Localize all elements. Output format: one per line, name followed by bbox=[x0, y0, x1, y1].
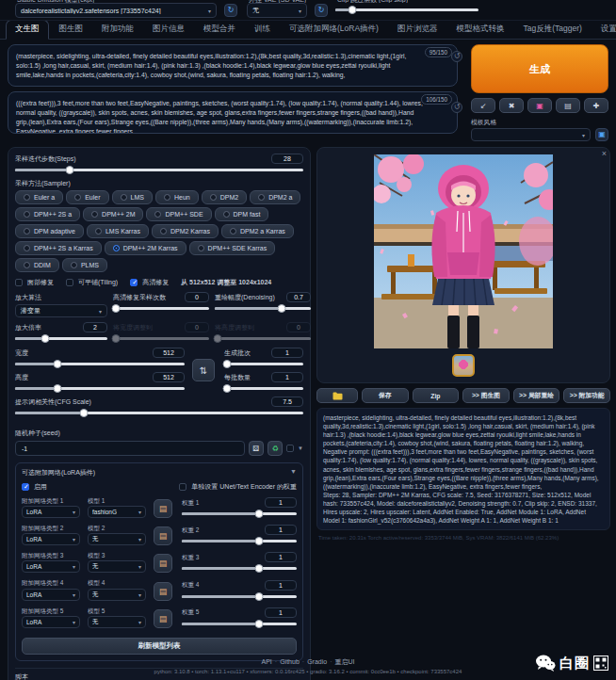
slider-handle[interactable] bbox=[222, 360, 231, 368]
output-button-2[interactable]: >> 图生图 bbox=[462, 388, 510, 403]
model-dropdown[interactable]: dalceforealistictallyv2.safetensors [733… bbox=[15, 3, 217, 18]
tab-1[interactable]: 图生图 bbox=[51, 21, 92, 39]
swap-dimensions-button[interactable]: ⇅ bbox=[192, 359, 215, 381]
tab-6[interactable]: 可选附加网络(LoRA插件) bbox=[281, 21, 387, 39]
lora-weight-value[interactable]: 1 bbox=[265, 552, 297, 562]
slider-handle[interactable] bbox=[66, 166, 74, 174]
tab-4[interactable]: 模型合并 bbox=[195, 21, 244, 39]
seed-input[interactable] bbox=[15, 441, 245, 456]
weight-slider[interactable] bbox=[182, 620, 297, 628]
lora-separate-weights-checkbox[interactable] bbox=[179, 483, 186, 491]
tiling-checkbox[interactable] bbox=[66, 279, 73, 286]
upscale-by-slider[interactable] bbox=[15, 334, 107, 343]
upscale-by-value[interactable]: 2 bbox=[83, 322, 107, 332]
slider-handle[interactable] bbox=[349, 6, 357, 14]
tab-7[interactable]: 图片浏览器 bbox=[389, 21, 446, 39]
lora-model-dropdown[interactable]: fashionG▾ bbox=[88, 506, 146, 518]
style-apply-button[interactable]: ▣ bbox=[595, 128, 608, 141]
lora-type-dropdown[interactable]: LoRA▾ bbox=[22, 533, 80, 545]
output-button-1[interactable]: Zip bbox=[413, 388, 460, 403]
sampler-option-0[interactable]: Euler a bbox=[15, 190, 63, 204]
lora-type-dropdown[interactable]: LoRA▾ bbox=[22, 616, 80, 628]
tab-0[interactable]: 文生图 bbox=[6, 20, 49, 40]
lora-model-dropdown[interactable]: 无▾ bbox=[88, 533, 146, 545]
seed-extra-chevron-icon[interactable]: ▼ bbox=[298, 445, 303, 451]
sampler-option-13[interactable]: DPM2 a Karras bbox=[221, 224, 294, 238]
footer-link-3[interactable]: 重启UI bbox=[334, 658, 354, 665]
lora-model-dropdown[interactable]: 无▾ bbox=[88, 616, 146, 628]
sampler-option-17[interactable]: DDIM bbox=[15, 258, 59, 272]
sampler-option-5[interactable]: DPM2 a bbox=[250, 190, 300, 204]
sampler-option-1[interactable]: Euler bbox=[66, 190, 108, 204]
steps-slider[interactable] bbox=[15, 166, 303, 174]
tab-3[interactable]: 图片信息 bbox=[144, 21, 193, 39]
tab-8[interactable]: 模型格式转换 bbox=[447, 21, 512, 39]
weight-slider[interactable] bbox=[182, 592, 297, 601]
output-button-0[interactable]: 保存 bbox=[362, 388, 409, 403]
hires-steps-slider[interactable] bbox=[113, 304, 209, 313]
lora-model-dropdown[interactable]: 无▾ bbox=[88, 560, 146, 573]
lora-enable-checkbox[interactable] bbox=[22, 483, 29, 491]
negative-prompt-input[interactable]: (((extra feet))),3 feet,more than two fe… bbox=[8, 91, 458, 134]
lora-weight-value[interactable]: 1 bbox=[265, 607, 297, 618]
footer-link-1[interactable]: Github bbox=[280, 658, 300, 665]
style-dropdown[interactable]: ▾ bbox=[471, 128, 591, 141]
footer-link-0[interactable]: API bbox=[262, 658, 272, 665]
sampler-option-8[interactable]: DPM++ SDE bbox=[146, 207, 211, 221]
lora-file-button[interactable]: ▤ bbox=[154, 499, 172, 518]
slider-handle[interactable] bbox=[112, 304, 121, 313]
sampler-option-18[interactable]: PLMS bbox=[62, 258, 107, 272]
sampler-option-11[interactable]: LMS Karras bbox=[87, 224, 149, 238]
footer-link-2[interactable]: Gradio bbox=[307, 658, 327, 665]
lora-type-dropdown[interactable]: LoRA▾ bbox=[22, 506, 80, 518]
batch-count-value[interactable]: 1 bbox=[271, 348, 303, 358]
random-seed-button[interactable]: ⚄ bbox=[249, 441, 264, 456]
weight-slider[interactable] bbox=[182, 564, 297, 573]
vae-dropdown[interactable]: 无▾ bbox=[247, 3, 307, 18]
output-button-4[interactable]: >> 附加功能 bbox=[563, 388, 610, 403]
model-refresh-button[interactable]: ↻ bbox=[224, 4, 237, 17]
width-value[interactable]: 512 bbox=[153, 348, 185, 358]
sampler-option-15[interactable]: DPM++ 2M Karras bbox=[105, 241, 186, 255]
slider-handle[interactable] bbox=[54, 360, 62, 368]
weight-slider[interactable] bbox=[182, 537, 297, 545]
cfg-value[interactable]: 7.5 bbox=[271, 397, 303, 407]
slider-handle[interactable] bbox=[54, 384, 62, 393]
extra-seed-checkbox[interactable] bbox=[286, 445, 294, 452]
slider-handle[interactable] bbox=[80, 409, 89, 417]
slider-handle[interactable] bbox=[254, 620, 263, 628]
clip-skip-slider[interactable] bbox=[335, 6, 478, 14]
slider-handle[interactable] bbox=[254, 537, 263, 545]
slider-handle[interactable] bbox=[254, 592, 263, 601]
tab-9[interactable]: Tag反推(Tagger) bbox=[514, 21, 590, 39]
slider-handle[interactable] bbox=[222, 384, 231, 393]
token-refresh-icon[interactable]: ↺ bbox=[451, 102, 462, 113]
cfg-slider[interactable] bbox=[15, 409, 303, 417]
upscaler-dropdown[interactable]: 潜变量▾ bbox=[15, 304, 107, 317]
sampler-option-16[interactable]: DPM++ SDE Karras bbox=[189, 241, 276, 255]
sampler-option-14[interactable]: DPM++ 2S a Karras bbox=[15, 241, 102, 255]
slider-handle[interactable] bbox=[278, 304, 286, 313]
sampler-option-9[interactable]: DPM fast bbox=[215, 207, 269, 221]
slider-handle[interactable] bbox=[254, 510, 263, 518]
thumbnail[interactable] bbox=[452, 354, 475, 377]
tab-2[interactable]: 附加功能 bbox=[93, 21, 142, 39]
lora-weight-value[interactable]: 1 bbox=[265, 497, 297, 508]
sampler-option-12[interactable]: DPM2 Karras bbox=[152, 224, 219, 238]
batch-size-slider[interactable] bbox=[224, 384, 303, 393]
apply-style-button[interactable]: ▤ bbox=[556, 98, 580, 113]
sampler-option-2[interactable]: LMS bbox=[112, 190, 153, 204]
refresh-models-button[interactable]: 刷新模型列表 bbox=[22, 638, 297, 655]
slider-handle[interactable] bbox=[41, 334, 50, 343]
paste-params-button[interactable]: ↙ bbox=[471, 98, 495, 113]
batch-count-slider[interactable] bbox=[224, 360, 303, 368]
clear-prompt-button[interactable]: ✖ bbox=[499, 98, 524, 113]
width-slider[interactable] bbox=[15, 360, 185, 368]
extra-networks-button[interactable]: ▣ bbox=[527, 98, 552, 113]
denoising-slider[interactable] bbox=[215, 304, 311, 313]
denoising-value[interactable]: 0.7 bbox=[286, 292, 311, 302]
hires-fix-checkbox[interactable] bbox=[130, 279, 138, 286]
sampler-option-3[interactable]: Heun bbox=[155, 190, 199, 204]
lora-weight-value[interactable]: 1 bbox=[265, 580, 297, 591]
generate-button[interactable]: 生成 bbox=[471, 44, 608, 93]
